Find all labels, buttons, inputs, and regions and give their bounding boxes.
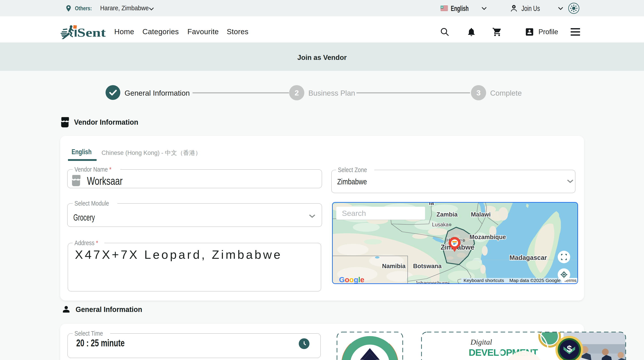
svg-text:g: g <box>354 276 358 283</box>
svg-text:Zambia: Zambia <box>436 211 458 218</box>
svg-text:Sent: Sent <box>77 26 106 39</box>
svg-text:Keyboard shortcuts: Keyboard shortcuts <box>464 278 504 283</box>
svg-text:o: o <box>345 276 349 283</box>
svg-text:Lusaka: Lusaka <box>432 222 448 228</box>
svg-text:e: e <box>360 276 364 283</box>
svg-text:Madagascar: Madagascar <box>510 254 547 261</box>
svg-text:Botswana: Botswana <box>413 263 442 270</box>
svg-text:Malawi: Malawi <box>471 211 491 218</box>
svg-text:Search: Search <box>342 209 366 217</box>
svg-text:Namibia: Namibia <box>382 263 406 270</box>
svg-text:Map data ©2025 Google: Map data ©2025 Google <box>510 278 560 283</box>
svg-text:l: l <box>358 276 360 283</box>
svg-text:la: la <box>429 203 434 206</box>
svg-text:o: o <box>349 276 354 283</box>
svg-text:Mozambique: Mozambique <box>469 234 506 240</box>
svg-text:Johannesburg: Johannesburg <box>415 280 448 283</box>
svg-text:G: G <box>339 276 344 283</box>
